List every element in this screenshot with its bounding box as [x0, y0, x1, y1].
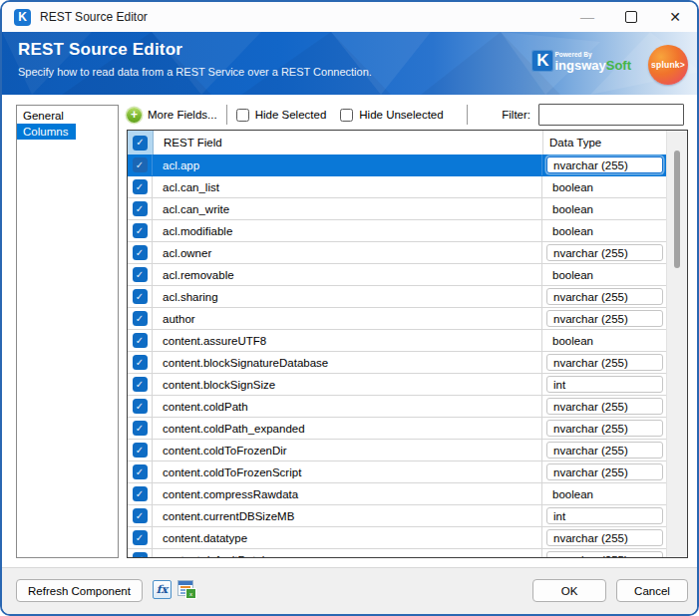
splunk-label: splunk>	[651, 60, 685, 70]
table-row[interactable]: ✓ acl.sharing nvarchar (255)	[128, 286, 667, 308]
row-checkbox-cell[interactable]: ✓	[128, 418, 153, 439]
data-type-cell[interactable]: int	[541, 505, 667, 526]
rest-field-cell[interactable]: content.compressRawdata	[153, 483, 541, 504]
row-checkbox-cell[interactable]: ✓	[128, 527, 153, 548]
row-checkbox-cell[interactable]: ✓	[128, 440, 153, 461]
scrollbar-thumb[interactable]	[674, 151, 680, 268]
more-fields-button[interactable]: + More Fields...	[127, 108, 217, 123]
table-row[interactable]: ✓ content.coldPath_expanded nvarchar (25…	[128, 418, 667, 440]
table-row[interactable]: ✓ content.coldToFrozenScript nvarchar (2…	[128, 462, 667, 483]
minimize-button[interactable]: —	[565, 2, 609, 32]
row-checkbox-cell[interactable]: ✓	[128, 220, 153, 241]
row-checkbox-cell[interactable]: ✓	[128, 286, 153, 307]
table-row[interactable]: ✓ content.defaultDatabase nvarchar (255)	[128, 549, 667, 557]
data-type-cell[interactable]: boolean	[541, 330, 667, 351]
rest-field-cell[interactable]: content.coldPath	[153, 396, 541, 417]
data-type-cell[interactable]: boolean	[541, 176, 667, 197]
row-checkbox-cell[interactable]: ✓	[128, 330, 153, 351]
row-checkbox-cell[interactable]: ✓	[128, 374, 153, 395]
rest-field-cell[interactable]: content.datatype	[153, 527, 541, 548]
rest-field-cell[interactable]: content.blockSignatureDatabase	[153, 352, 541, 373]
rest-field-cell[interactable]: content.defaultDatabase	[153, 549, 541, 557]
row-checkbox-cell[interactable]: ✓	[128, 264, 153, 285]
expression-fx-button[interactable]: fx	[153, 580, 172, 599]
row-checkbox-cell[interactable]: ✓	[128, 154, 153, 175]
vertical-scrollbar[interactable]	[666, 131, 687, 557]
table-row[interactable]: ✓ content.coldToFrozenDir nvarchar (255)	[128, 440, 667, 462]
data-type-cell[interactable]: nvarchar (255)	[541, 308, 667, 329]
rest-field-cell[interactable]: content.currentDBSizeMB	[153, 505, 541, 526]
data-type-cell[interactable]: nvarchar (255)	[541, 286, 667, 307]
column-header-rest-field[interactable]: REST Field	[154, 131, 542, 154]
data-type-cell[interactable]: nvarchar (255)	[541, 154, 667, 175]
data-type-cell[interactable]: nvarchar (255)	[541, 549, 667, 557]
rest-field-cell[interactable]: content.coldToFrozenDir	[153, 440, 541, 461]
rest-field-cell[interactable]: acl.app	[153, 154, 541, 175]
hide-selected-checkbox[interactable]: Hide Selected	[236, 109, 327, 122]
row-checkbox-cell[interactable]: ✓	[128, 483, 153, 504]
hide-unselected-checkbox[interactable]: Hide Unselected	[340, 109, 443, 122]
data-type-cell[interactable]: nvarchar (255)	[541, 527, 667, 548]
data-type-cell[interactable]: boolean	[541, 264, 667, 285]
filter-input[interactable]	[538, 104, 684, 126]
row-checkbox-cell[interactable]: ✓	[128, 396, 153, 417]
data-type-cell[interactable]: nvarchar (255)	[541, 418, 667, 439]
select-all-cell[interactable]: ✓	[128, 131, 154, 154]
data-type-cell[interactable]: boolean	[541, 198, 667, 219]
table-row[interactable]: ✓ author nvarchar (255)	[128, 308, 667, 330]
rest-field-cell[interactable]: content.assureUTF8	[153, 330, 541, 351]
row-checkbox-cell[interactable]: ✓	[128, 462, 153, 482]
refresh-component-button[interactable]: Refresh Component	[16, 579, 143, 602]
rest-field-cell[interactable]: acl.modifiable	[153, 220, 541, 241]
table-row[interactable]: ✓ content.currentDBSizeMB int	[128, 505, 667, 527]
close-button[interactable]: ✕	[653, 2, 697, 32]
rest-field-cell[interactable]: acl.removable	[153, 264, 541, 285]
table-row[interactable]: ✓ acl.removable boolean	[128, 264, 667, 286]
data-type-cell[interactable]: boolean	[541, 483, 667, 504]
rest-field-cell[interactable]: acl.sharing	[153, 286, 541, 307]
row-checkbox-cell[interactable]: ✓	[128, 308, 153, 329]
row-checkbox-icon: ✓	[133, 377, 148, 392]
data-type-value: int	[546, 507, 663, 524]
row-checkbox-cell[interactable]: ✓	[128, 176, 153, 197]
row-checkbox-cell[interactable]: ✓	[128, 505, 153, 526]
sidebar-item-columns[interactable]: Columns	[17, 124, 76, 140]
data-type-cell[interactable]: nvarchar (255)	[541, 396, 667, 417]
data-type-cell[interactable]: nvarchar (255)	[541, 352, 667, 373]
row-checkbox-cell[interactable]: ✓	[128, 198, 153, 219]
title-bar[interactable]: K REST Source Editor — ✕	[2, 2, 697, 32]
maximize-button[interactable]	[609, 2, 653, 32]
table-row[interactable]: ✓ content.coldPath nvarchar (255)	[128, 396, 667, 418]
row-checkbox-cell[interactable]: ✓	[128, 352, 153, 373]
table-row[interactable]: ✓ acl.modifiable boolean	[128, 220, 667, 242]
data-type-cell[interactable]: nvarchar (255)	[541, 440, 667, 461]
ok-button[interactable]: OK	[532, 579, 606, 602]
table-row[interactable]: ✓ acl.app nvarchar (255)	[128, 154, 667, 176]
data-type-cell[interactable]: boolean	[541, 220, 667, 241]
error-output-grid-button[interactable]: x	[176, 580, 196, 599]
row-checkbox-cell[interactable]: ✓	[128, 242, 153, 263]
rest-field-cell[interactable]: content.coldPath_expanded	[153, 418, 541, 439]
rest-field-cell[interactable]: acl.owner	[153, 242, 541, 263]
data-type-cell[interactable]: int	[541, 374, 667, 395]
rest-field-cell[interactable]: content.blockSignSize	[153, 374, 541, 395]
table-row[interactable]: ✓ acl.can_write boolean	[128, 198, 667, 220]
rest-field-cell[interactable]: author	[153, 308, 541, 329]
data-type-value: nvarchar (255)	[546, 310, 663, 327]
rest-field-cell[interactable]: content.coldToFrozenScript	[153, 462, 541, 482]
table-row[interactable]: ✓ content.datatype nvarchar (255)	[128, 527, 667, 549]
data-type-cell[interactable]: nvarchar (255)	[541, 242, 667, 263]
sidebar-item-general[interactable]: General	[17, 108, 118, 124]
table-row[interactable]: ✓ content.blockSignatureDatabase nvarcha…	[128, 352, 667, 374]
data-type-cell[interactable]: nvarchar (255)	[541, 462, 667, 482]
table-row[interactable]: ✓ acl.can_list boolean	[128, 176, 667, 198]
column-header-data-type[interactable]: Data Type	[542, 131, 667, 154]
row-checkbox-cell[interactable]: ✓	[128, 549, 153, 557]
table-row[interactable]: ✓ acl.owner nvarchar (255)	[128, 242, 667, 264]
rest-field-cell[interactable]: acl.can_write	[153, 198, 541, 219]
rest-field-cell[interactable]: acl.can_list	[153, 176, 541, 197]
cancel-button[interactable]: Cancel	[616, 579, 688, 602]
table-row[interactable]: ✓ content.blockSignSize int	[128, 374, 667, 396]
table-row[interactable]: ✓ content.assureUTF8 boolean	[128, 330, 667, 352]
table-row[interactable]: ✓ content.compressRawdata boolean	[128, 483, 667, 505]
